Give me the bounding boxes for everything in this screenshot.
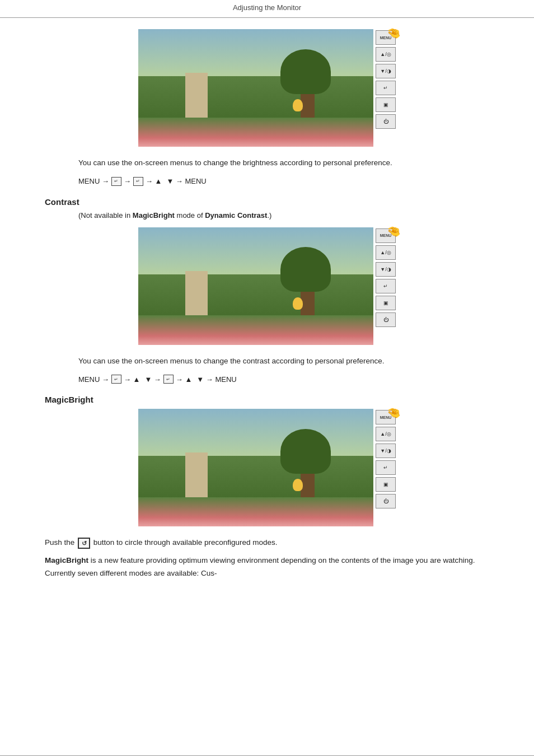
power-button-3[interactable]: ⏻ bbox=[376, 494, 396, 508]
brightness-monitor-image bbox=[138, 29, 373, 147]
magicbright-feature-text: MagicBright is a new feature providing o… bbox=[45, 554, 489, 580]
contrast-menu-line: MENU → ↵ → ▲ ▼ → ↵ → ▲ ▼ → MENU bbox=[78, 375, 489, 384]
lantern bbox=[293, 99, 303, 111]
brightness-description: You can use the on-screen menus to chang… bbox=[78, 157, 489, 169]
magicbright-heading: MagicBright bbox=[45, 395, 489, 404]
tree-top-3 bbox=[280, 429, 331, 474]
tree-top bbox=[280, 49, 331, 94]
flowers bbox=[138, 118, 373, 147]
hand-cursor-icon-1: 🤏 bbox=[387, 26, 401, 40]
down-button-3[interactable]: ▼/◑ bbox=[376, 444, 396, 458]
power-button-2[interactable]: ⏻ bbox=[376, 312, 396, 327]
brightness-image-group: MENU 🤏 ▲/◎ ▼/◑ ↵ ▣ ⏻ bbox=[45, 29, 489, 147]
enter-icon-1: ↵ bbox=[111, 177, 121, 186]
down-arrow-2: ▼ → bbox=[144, 375, 161, 384]
menu-text-1: MENU → bbox=[78, 177, 109, 185]
pagoda-3 bbox=[185, 452, 208, 503]
down-arrow-1: ▼ → MENU bbox=[166, 177, 206, 185]
contrast-monitor-image bbox=[138, 227, 373, 345]
magicbright-monitor-image bbox=[138, 409, 373, 526]
menu-text-2: MENU → bbox=[78, 375, 109, 384]
brightness-menu-line: MENU → ↵ → ↵ → ▲ ▼ → MENU bbox=[78, 177, 489, 186]
magicbright-ref-1: MagicBright bbox=[133, 211, 175, 220]
enter-button-3[interactable]: ↵ bbox=[376, 460, 396, 475]
menu-button-1[interactable]: MENU 🤏 bbox=[376, 30, 396, 45]
lantern-2 bbox=[293, 297, 303, 310]
sky-bg-2 bbox=[138, 227, 373, 274]
tree-top-2 bbox=[280, 247, 331, 292]
up-button-3[interactable]: ▲/◎ bbox=[376, 427, 396, 441]
source-button-2[interactable]: ▣ bbox=[376, 296, 396, 310]
enter-button-1[interactable]: ↵ bbox=[376, 81, 396, 95]
contrast-note: (Not available in MagicBright mode of Dy… bbox=[78, 211, 489, 220]
magicbright-bold-ref: MagicBright bbox=[45, 556, 88, 564]
down-button-2[interactable]: ▼/◑ bbox=[376, 262, 396, 277]
flowers-3 bbox=[138, 497, 373, 527]
contrast-image-group: MENU 🤏 ▲/◎ ▼/◑ ↵ ▣ ⏻ bbox=[45, 227, 489, 345]
down-button-1[interactable]: ▼/◑ bbox=[376, 64, 396, 78]
page-container: Adjusting the Monitor MENU 🤏 ▲/◎ ▼/◑ ↵ bbox=[0, 0, 534, 756]
source-button-1[interactable]: ▣ bbox=[376, 97, 396, 112]
arrow-4: → ▲ bbox=[176, 375, 192, 384]
lantern-3 bbox=[293, 479, 303, 491]
side-buttons-2: MENU 🤏 ▲/◎ ▼/◑ ↵ ▣ ⏻ bbox=[376, 227, 396, 327]
dynamic-contrast-ref: Dynamic Contrast bbox=[205, 211, 267, 220]
flowers-2 bbox=[138, 315, 373, 345]
pagoda bbox=[185, 73, 208, 123]
sky-bg-3 bbox=[138, 409, 373, 456]
arrow-3: → ▲ bbox=[124, 375, 140, 384]
up-button-1[interactable]: ▲/◎ bbox=[376, 47, 396, 62]
enter-button-2[interactable]: ↵ bbox=[376, 279, 396, 293]
arrow-1: → bbox=[124, 177, 131, 185]
source-button-3[interactable]: ▣ bbox=[376, 477, 396, 492]
enter-icon-3: ↵ bbox=[111, 375, 121, 384]
down-arrow-3: ▼ → MENU bbox=[196, 375, 236, 384]
enter-icon-4: ↵ bbox=[163, 375, 174, 384]
menu-button-3[interactable]: MENU 🤏 bbox=[376, 410, 396, 424]
side-buttons-3: MENU 🤏 ▲/◎ ▼/◑ ↵ ▣ ⏻ bbox=[376, 409, 396, 508]
content-area: MENU 🤏 ▲/◎ ▼/◑ ↵ ▣ ⏻ You can use the on-… bbox=[0, 29, 534, 591]
magicbright-button-icon[interactable]: ↺ bbox=[78, 538, 90, 549]
contrast-heading: Contrast bbox=[45, 197, 489, 207]
page-title: Adjusting the Monitor bbox=[0, 0, 534, 18]
hand-cursor-icon-3: 🤏 bbox=[387, 406, 401, 419]
menu-button-2[interactable]: MENU 🤏 bbox=[376, 228, 396, 243]
power-button-1[interactable]: ⏻ bbox=[376, 114, 396, 129]
up-button-2[interactable]: ▲/◎ bbox=[376, 245, 396, 260]
sky-bg bbox=[138, 29, 373, 76]
push-button-text: Push the ↺ button to circle through avai… bbox=[45, 536, 489, 549]
arrow-2: → ▲ bbox=[146, 177, 162, 185]
hand-cursor-icon-2: 🤏 bbox=[387, 225, 401, 238]
contrast-description: You can use the on-screen menus to chang… bbox=[78, 355, 489, 367]
enter-icon-2: ↵ bbox=[133, 177, 143, 186]
magicbright-image-group: MENU 🤏 ▲/◎ ▼/◑ ↵ ▣ ⏻ bbox=[45, 409, 489, 526]
side-buttons-1: MENU 🤏 ▲/◎ ▼/◑ ↵ ▣ ⏻ bbox=[376, 29, 396, 129]
magicbright-push-text: Push the ↺ button to circle through avai… bbox=[45, 536, 489, 591]
pagoda-2 bbox=[185, 271, 208, 321]
